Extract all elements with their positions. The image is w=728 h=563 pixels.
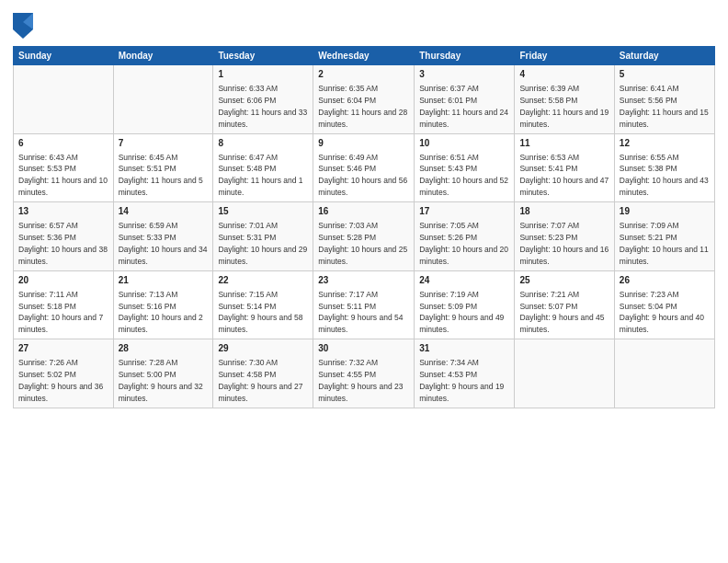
calendar-cell: 4Sunrise: 6:39 AMSunset: 5:58 PMDaylight… (515, 65, 614, 134)
cell-content: Sunrise: 6:39 AMSunset: 5:58 PMDaylight:… (519, 84, 609, 129)
week-row-3: 13Sunrise: 6:57 AMSunset: 5:36 PMDayligh… (14, 202, 715, 271)
day-number: 30 (318, 342, 409, 355)
cell-content: Sunrise: 6:51 AMSunset: 5:43 PMDaylight:… (419, 153, 508, 198)
calendar-cell: 22Sunrise: 7:15 AMSunset: 5:14 PMDayligh… (213, 270, 313, 339)
day-number: 21 (119, 274, 209, 287)
cell-content: Sunrise: 7:03 AMSunset: 5:28 PMDaylight:… (318, 221, 407, 266)
cell-content: Sunrise: 7:28 AMSunset: 5:00 PMDaylight:… (119, 358, 203, 403)
header-cell-thursday: Thursday (415, 47, 515, 65)
cell-content: Sunrise: 7:11 AMSunset: 5:18 PMDaylight:… (18, 290, 103, 335)
header-cell-saturday: Saturday (614, 47, 714, 65)
day-number: 7 (119, 137, 209, 150)
day-number: 8 (218, 137, 308, 150)
day-number: 12 (620, 137, 710, 150)
calendar-cell: 17Sunrise: 7:05 AMSunset: 5:26 PMDayligh… (415, 202, 515, 271)
calendar-cell: 10Sunrise: 6:51 AMSunset: 5:43 PMDayligh… (415, 133, 515, 202)
day-number: 29 (218, 342, 308, 355)
day-number: 11 (519, 137, 609, 150)
header-cell-sunday: Sunday (14, 47, 114, 65)
cell-content: Sunrise: 7:15 AMSunset: 5:14 PMDaylight:… (218, 290, 302, 335)
day-number: 4 (519, 68, 609, 81)
calendar-cell: 14Sunrise: 6:59 AMSunset: 5:33 PMDayligh… (113, 202, 213, 271)
calendar-cell: 7Sunrise: 6:45 AMSunset: 5:51 PMDaylight… (113, 133, 213, 202)
calendar-cell: 21Sunrise: 7:13 AMSunset: 5:16 PMDayligh… (113, 270, 213, 339)
calendar-cell (614, 339, 714, 408)
calendar-cell: 23Sunrise: 7:17 AMSunset: 5:11 PMDayligh… (313, 270, 415, 339)
cell-content: Sunrise: 7:32 AMSunset: 4:55 PMDaylight:… (318, 358, 403, 403)
cell-content: Sunrise: 7:13 AMSunset: 5:16 PMDaylight:… (119, 290, 203, 335)
cell-content: Sunrise: 6:59 AMSunset: 5:33 PMDaylight:… (119, 221, 208, 266)
cell-content: Sunrise: 6:43 AMSunset: 5:53 PMDaylight:… (18, 153, 108, 198)
cell-content: Sunrise: 6:33 AMSunset: 6:06 PMDaylight:… (218, 84, 307, 129)
calendar-cell: 15Sunrise: 7:01 AMSunset: 5:31 PMDayligh… (213, 202, 313, 271)
week-row-1: 1Sunrise: 6:33 AMSunset: 6:06 PMDaylight… (14, 65, 715, 134)
day-number: 5 (620, 68, 710, 81)
calendar-cell: 1Sunrise: 6:33 AMSunset: 6:06 PMDaylight… (213, 65, 313, 134)
calendar-cell: 2Sunrise: 6:35 AMSunset: 6:04 PMDaylight… (313, 65, 415, 134)
logo (13, 13, 35, 39)
calendar-cell: 16Sunrise: 7:03 AMSunset: 5:28 PMDayligh… (313, 202, 415, 271)
cell-content: Sunrise: 6:53 AMSunset: 5:41 PMDaylight:… (519, 153, 609, 198)
calendar-cell: 9Sunrise: 6:49 AMSunset: 5:46 PMDaylight… (313, 133, 415, 202)
calendar-cell: 31Sunrise: 7:34 AMSunset: 4:53 PMDayligh… (415, 339, 515, 408)
calendar-cell: 29Sunrise: 7:30 AMSunset: 4:58 PMDayligh… (213, 339, 313, 408)
calendar-cell: 11Sunrise: 6:53 AMSunset: 5:41 PMDayligh… (515, 133, 614, 202)
day-number: 18 (519, 205, 609, 218)
cell-content: Sunrise: 7:07 AMSunset: 5:23 PMDaylight:… (519, 221, 609, 266)
calendar-cell: 6Sunrise: 6:43 AMSunset: 5:53 PMDaylight… (14, 133, 114, 202)
header-cell-monday: Monday (113, 47, 213, 65)
cell-content: Sunrise: 6:57 AMSunset: 5:36 PMDaylight:… (18, 221, 108, 266)
day-number: 13 (18, 205, 108, 218)
calendar-cell: 30Sunrise: 7:32 AMSunset: 4:55 PMDayligh… (313, 339, 415, 408)
calendar-cell: 28Sunrise: 7:28 AMSunset: 5:00 PMDayligh… (113, 339, 213, 408)
cell-content: Sunrise: 7:34 AMSunset: 4:53 PMDaylight:… (419, 358, 504, 403)
cell-content: Sunrise: 6:47 AMSunset: 5:48 PMDaylight:… (218, 153, 302, 198)
calendar-cell: 5Sunrise: 6:41 AMSunset: 5:56 PMDaylight… (614, 65, 714, 134)
cell-content: Sunrise: 7:19 AMSunset: 5:09 PMDaylight:… (419, 290, 504, 335)
day-number: 20 (18, 274, 108, 287)
header (13, 9, 715, 39)
calendar-cell: 19Sunrise: 7:09 AMSunset: 5:21 PMDayligh… (614, 202, 714, 271)
day-number: 26 (620, 274, 710, 287)
header-cell-friday: Friday (515, 47, 614, 65)
calendar-cell: 8Sunrise: 6:47 AMSunset: 5:48 PMDaylight… (213, 133, 313, 202)
cell-content: Sunrise: 7:05 AMSunset: 5:26 PMDaylight:… (419, 221, 508, 266)
day-number: 24 (419, 274, 509, 287)
cell-content: Sunrise: 6:37 AMSunset: 6:01 PMDaylight:… (419, 84, 508, 129)
calendar-cell: 26Sunrise: 7:23 AMSunset: 5:04 PMDayligh… (614, 270, 714, 339)
day-number: 31 (419, 342, 509, 355)
week-row-4: 20Sunrise: 7:11 AMSunset: 5:18 PMDayligh… (14, 270, 715, 339)
day-number: 16 (318, 205, 409, 218)
day-number: 15 (218, 205, 308, 218)
day-number: 19 (620, 205, 710, 218)
header-cell-tuesday: Tuesday (213, 47, 313, 65)
day-number: 6 (18, 137, 108, 150)
cell-content: Sunrise: 7:17 AMSunset: 5:11 PMDaylight:… (318, 290, 403, 335)
day-number: 17 (419, 205, 509, 218)
calendar-cell: 3Sunrise: 6:37 AMSunset: 6:01 PMDaylight… (415, 65, 515, 134)
cell-content: Sunrise: 7:30 AMSunset: 4:58 PMDaylight:… (218, 358, 302, 403)
cell-content: Sunrise: 7:26 AMSunset: 5:02 PMDaylight:… (18, 358, 103, 403)
day-number: 28 (119, 342, 209, 355)
calendar-cell (14, 65, 114, 134)
cell-content: Sunrise: 6:41 AMSunset: 5:56 PMDaylight:… (620, 84, 709, 129)
cell-content: Sunrise: 7:23 AMSunset: 5:04 PMDaylight:… (620, 290, 704, 335)
logo-icon (13, 13, 33, 39)
cell-content: Sunrise: 7:21 AMSunset: 5:07 PMDaylight:… (519, 290, 604, 335)
calendar-cell: 12Sunrise: 6:55 AMSunset: 5:38 PMDayligh… (614, 133, 714, 202)
day-number: 25 (519, 274, 609, 287)
day-number: 3 (419, 68, 509, 81)
day-number: 14 (119, 205, 209, 218)
calendar-cell: 27Sunrise: 7:26 AMSunset: 5:02 PMDayligh… (14, 339, 114, 408)
calendar-cell: 18Sunrise: 7:07 AMSunset: 5:23 PMDayligh… (515, 202, 614, 271)
calendar-cell (515, 339, 614, 408)
cell-content: Sunrise: 7:01 AMSunset: 5:31 PMDaylight:… (218, 221, 307, 266)
day-number: 2 (318, 68, 409, 81)
calendar-cell (113, 65, 213, 134)
cell-content: Sunrise: 6:35 AMSunset: 6:04 PMDaylight:… (318, 84, 407, 129)
header-cell-wednesday: Wednesday (313, 47, 415, 65)
cell-content: Sunrise: 6:45 AMSunset: 5:51 PMDaylight:… (119, 153, 203, 198)
day-number: 27 (18, 342, 108, 355)
day-number: 23 (318, 274, 409, 287)
cell-content: Sunrise: 6:55 AMSunset: 5:38 PMDaylight:… (620, 153, 709, 198)
